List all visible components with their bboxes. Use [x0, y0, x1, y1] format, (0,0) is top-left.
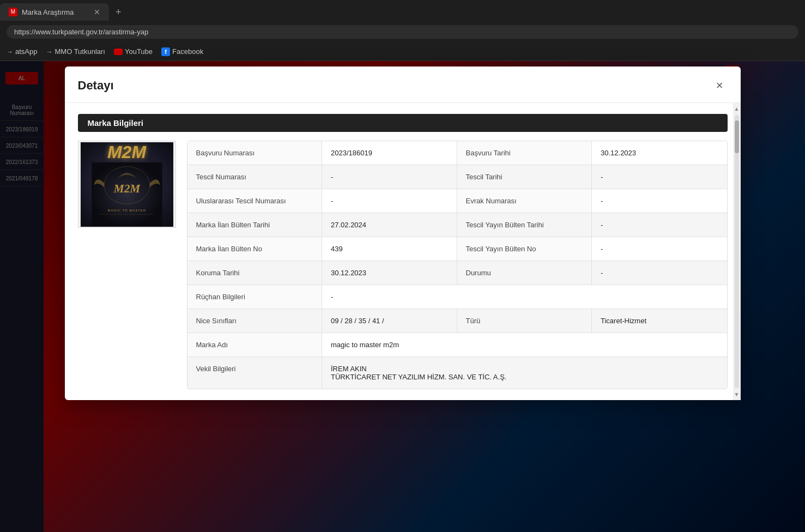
tab-bar: M Marka Araştırma ✕ +: [0, 0, 805, 21]
table-row: Uluslararası Tescil Numarası - Evrak Num…: [187, 189, 727, 213]
active-tab[interactable]: M Marka Araştırma ✕: [0, 3, 109, 21]
field-label-ruchan: Rüçhan Bilgileri: [187, 285, 323, 309]
table-row: Rüçhan Bilgileri -: [187, 285, 727, 309]
field-value-tescil-yayin-bulten-no: -: [592, 237, 727, 261]
section-tab: Marka Bilgileri: [78, 114, 728, 132]
table-row: Tescil Numarası - Tescil Tarihi -: [187, 165, 727, 189]
field-label-vekil-bilgileri: Vekil Bilgileri: [187, 357, 323, 389]
page-background: AL BaşvuruNumarası 2023/186019 2023/0430…: [0, 61, 805, 532]
scrollbar-down-arrow[interactable]: ▼: [734, 390, 740, 399]
field-value-evrak-no: -: [592, 189, 727, 213]
brand-logo-box: M2M MAGIC TO MASTER: [78, 141, 176, 228]
field-value-ilan-bulten-tarihi: 27.02.2024: [322, 213, 457, 237]
new-tab-button[interactable]: +: [109, 7, 128, 18]
field-value-tescil-tarihi: -: [592, 165, 727, 189]
modal-overlay: Detayı × Marka Bilgileri: [0, 61, 805, 532]
brand-logo: M2M MAGIC TO MASTER: [81, 142, 173, 227]
table-row: Vekil Bilgileri İREM AKIN TÜRKTİCARET NE…: [187, 357, 727, 389]
arrow-icon: →: [46, 48, 52, 56]
modal-scrollbar[interactable]: ▲ ▼: [733, 103, 741, 400]
field-value-basvuru-no: 2023/186019: [322, 141, 457, 165]
modal-close-button[interactable]: ×: [712, 76, 728, 95]
bookmarks-bar: → atsApp → MMO Tutkunları YouTube f Face…: [0, 43, 805, 61]
field-label-tescil-yayin-bulten-tarihi: Tescil Yayın Bülten Tarihi: [457, 213, 592, 237]
field-value-tescil-yayin-bulten-tarihi: -: [592, 213, 727, 237]
field-label-ilan-bulten-no: Marka İlan Bülten No: [187, 237, 323, 261]
field-label-basvuru-tarihi: Başvuru Tarihi: [457, 141, 592, 165]
field-label-tescil-tarihi: Tescil Tarihi: [457, 165, 592, 189]
address-bar-row: https://www.turkpatent.gov.tr/arastirma-…: [0, 21, 805, 43]
modal-title: Detayı: [78, 78, 114, 93]
field-label-evrak-no: Evrak Numarası: [457, 189, 592, 213]
table-row: Nice Sınıfları 09 / 28 / 35 / 41 / Türü …: [187, 309, 727, 333]
content-area: M2M MAGIC TO MASTER Başvuru Numarası 202…: [78, 141, 728, 389]
field-label-basvuru-no: Başvuru Numarası: [187, 141, 323, 165]
field-label-tescil-no: Tescil Numarası: [187, 165, 323, 189]
address-bar[interactable]: https://www.turkpatent.gov.tr/arastirma-…: [7, 25, 798, 39]
table-row: Marka İlan Bülten Tarihi 27.02.2024 Tesc…: [187, 213, 727, 237]
field-value-nice-siniflari: 09 / 28 / 35 / 41 /: [322, 309, 457, 332]
field-value-turu: Ticaret-Hizmet: [592, 309, 727, 332]
bookmark-facebook[interactable]: f Facebook: [161, 47, 203, 56]
field-value-ruchan: -: [322, 285, 727, 309]
bookmark-youtube[interactable]: YouTube: [114, 47, 153, 56]
field-label-marka-adi: Marka Adı: [187, 333, 323, 356]
info-table: Başvuru Numarası 2023/186019 Başvuru Tar…: [187, 141, 728, 389]
table-row: Marka İlan Bülten No 439 Tescil Yayın Bü…: [187, 237, 727, 261]
field-label-turu: Türü: [457, 309, 592, 332]
field-value-durumu: -: [592, 261, 727, 285]
field-label-uluslararasi-no: Uluslararası Tescil Numarası: [187, 189, 323, 213]
field-label-tescil-yayin-bulten-no: Tescil Yayın Bülten No: [457, 237, 592, 261]
browser-chrome: M Marka Araştırma ✕ + https://www.turkpa…: [0, 0, 805, 61]
bookmark-youtube-label: YouTube: [125, 47, 153, 56]
tab-favicon: M: [9, 8, 17, 16]
field-value-ilan-bulten-no: 439: [322, 237, 457, 261]
arrow-icon: →: [7, 48, 13, 56]
field-value-koruma-tarihi: 30.12.2023: [322, 261, 457, 285]
detail-modal: Detayı × Marka Bilgileri: [65, 66, 741, 400]
bookmark-atsapp[interactable]: → atsApp: [7, 47, 37, 56]
field-value-vekil-bilgileri: İREM AKIN TÜRKTİCARET NET YAZILIM HİZM. …: [322, 357, 727, 389]
field-label-durumu: Durumu: [457, 261, 592, 285]
bookmark-mmo[interactable]: → MMO Tutkunları: [46, 47, 105, 56]
bookmark-facebook-label: Facebook: [172, 47, 203, 56]
field-value-marka-adi: magic to master m2m: [322, 333, 727, 356]
tab-close-button[interactable]: ✕: [94, 8, 100, 16]
bookmark-atsapp-label: atsApp: [15, 47, 37, 56]
bookmark-mmo-label: MMO Tutkunları: [55, 47, 105, 56]
svg-text:MAGIC TO MASTER: MAGIC TO MASTER: [107, 208, 146, 211]
field-value-uluslararasi-no: -: [322, 189, 457, 213]
modal-body: Marka Bilgileri M2M: [65, 103, 741, 400]
field-label-nice-siniflari: Nice Sınıfları: [187, 309, 323, 332]
facebook-icon: f: [161, 47, 170, 56]
table-row: Marka Adı magic to master m2m: [187, 333, 727, 357]
svg-text:M2M: M2M: [113, 182, 141, 195]
table-row: Koruma Tarihi 30.12.2023 Durumu -: [187, 261, 727, 285]
field-value-basvuru-tarihi: 30.12.2023: [592, 141, 727, 165]
field-value-tescil-no: -: [322, 165, 457, 189]
scrollbar-up-arrow[interactable]: ▲: [734, 104, 740, 113]
field-label-ilan-bulten-tarihi: Marka İlan Bülten Tarihi: [187, 213, 323, 237]
scrollbar-track: [735, 115, 739, 388]
modal-header: Detayı ×: [65, 66, 741, 103]
youtube-icon: [114, 49, 123, 55]
tab-title: Marka Araştırma: [22, 8, 74, 16]
scrollbar-thumb[interactable]: [735, 120, 739, 153]
table-row: Başvuru Numarası 2023/186019 Başvuru Tar…: [187, 141, 727, 165]
field-label-koruma-tarihi: Koruma Tarihi: [187, 261, 323, 285]
